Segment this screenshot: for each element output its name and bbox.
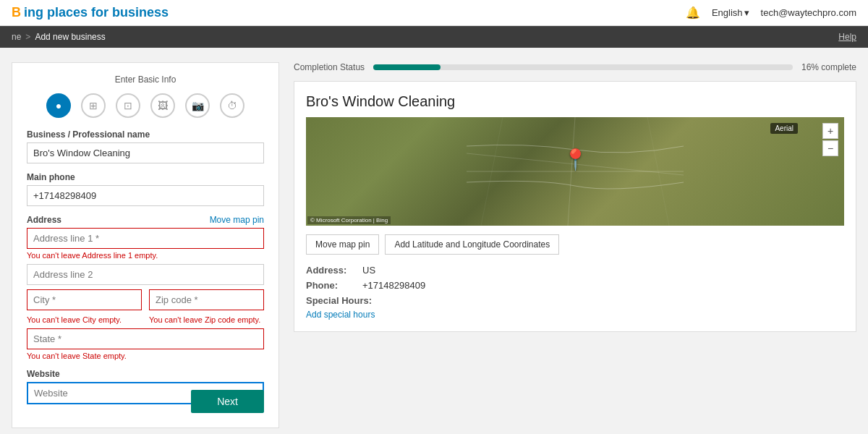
special-hours-label: Special Hours: xyxy=(306,295,844,306)
city-error: You can't leave City empty. xyxy=(27,315,142,324)
breadcrumb-sep: > xyxy=(25,32,30,42)
main-container: Enter Basic Info ● ⊞ ⊡ 🖼 📷 ⏱ Business / … xyxy=(0,48,868,434)
address-label: Address xyxy=(27,215,61,225)
map-zoom-in-button[interactable]: + xyxy=(822,123,838,139)
move-map-pin-button[interactable]: Move map pin xyxy=(306,234,379,255)
address-line1-error: You can't leave Address line 1 empty. xyxy=(27,251,264,260)
map-roads-svg xyxy=(306,117,844,226)
progress-bar-bg xyxy=(373,64,793,70)
completion-section: Completion Status 16% complete xyxy=(294,62,856,72)
bing-b: B xyxy=(12,5,21,20)
state-error: You can't leave State empty. xyxy=(27,352,264,360)
user-email: tech@waytechpro.com xyxy=(761,7,856,18)
zip-field xyxy=(149,289,264,310)
language-caret: ▾ xyxy=(744,7,749,18)
bing-logo: Bing places for business xyxy=(12,5,169,20)
add-special-hours-link[interactable]: Add special hours xyxy=(306,310,375,320)
zip-input[interactable] xyxy=(149,289,264,310)
phone-info-value: +17148298409 xyxy=(362,280,425,291)
phone-info-row: Phone: +17148298409 xyxy=(306,280,844,291)
phone-label: Main phone xyxy=(27,172,264,182)
business-card: Bro's Window Cleaning 📍 xyxy=(294,81,856,332)
step-icon-5[interactable]: 📷 xyxy=(185,93,210,118)
progress-bar-fill xyxy=(373,64,441,70)
step-icon-3[interactable]: ⊡ xyxy=(116,93,140,118)
add-coords-button[interactable]: Add Latitude and Longitude Coordinates xyxy=(385,234,559,255)
zip-error: You can't leave Zip code empty. xyxy=(149,315,264,324)
nav-left: Bing places for business xyxy=(12,5,169,20)
business-name-input[interactable] xyxy=(27,142,264,163)
language-selector[interactable]: English ▾ xyxy=(712,7,749,18)
step-icon-6[interactable]: ⏱ xyxy=(220,93,244,118)
business-name-label: Business / Professional name xyxy=(27,129,264,140)
left-panel: Enter Basic Info ● ⊞ ⊡ 🖼 📷 ⏱ Business / … xyxy=(12,62,279,428)
special-hours-section: Special Hours: Add special hours xyxy=(306,295,844,320)
help-link[interactable]: Help xyxy=(838,32,856,42)
address-line2-input[interactable] xyxy=(27,264,264,285)
phone-group: Main phone xyxy=(27,172,264,206)
right-panel: Completion Status 16% complete Bro's Win… xyxy=(294,62,856,332)
breadcrumb-current: Add new business xyxy=(35,32,105,42)
state-input[interactable] xyxy=(27,328,264,349)
top-nav: Bing places for business 🔔 English ▾ tec… xyxy=(0,0,868,26)
nav-right: 🔔 English ▾ tech@waytechpro.com xyxy=(686,6,856,20)
map-credit: © Microsoft Corporation | Bing xyxy=(307,216,391,224)
step-header: Enter Basic Info xyxy=(27,75,264,85)
address-info-row: Address: US xyxy=(306,265,844,276)
step-icon-1[interactable]: ● xyxy=(46,93,71,118)
city-zip-errors: You can't leave City empty. You can't le… xyxy=(27,313,264,324)
breadcrumb: ne > Add new business Help xyxy=(0,26,868,48)
next-button[interactable]: Next xyxy=(191,390,264,413)
city-zip-row xyxy=(27,289,264,310)
language-label: English xyxy=(712,7,743,18)
breadcrumb-home[interactable]: ne xyxy=(12,32,21,42)
website-label: Website xyxy=(27,369,264,379)
map-actions: Move map pin Add Latitude and Longitude … xyxy=(306,234,844,255)
map-aerial-button[interactable]: Aerial xyxy=(770,123,798,134)
business-name-group: Business / Professional name xyxy=(27,129,264,163)
bell-icon[interactable]: 🔔 xyxy=(686,6,700,20)
address-group: Address Move map pin You can't leave Add… xyxy=(27,215,264,360)
phone-input[interactable] xyxy=(27,185,264,206)
map-pin: 📍 xyxy=(563,148,588,171)
address-info-label: Address: xyxy=(306,265,357,276)
city-field xyxy=(27,289,142,310)
business-card-name: Bro's Window Cleaning xyxy=(306,93,844,110)
map-bg: 📍 Aerial + − © Microsoft Corporation | B… xyxy=(306,117,844,226)
bing-logo-rest: ing places for business xyxy=(24,5,169,20)
completion-label: Completion Status xyxy=(294,62,365,72)
city-input[interactable] xyxy=(27,289,142,310)
map-zoom-out-button[interactable]: − xyxy=(822,140,838,156)
completion-percent: 16% complete xyxy=(801,62,856,72)
map-container: 📍 Aerial + − © Microsoft Corporation | B… xyxy=(306,117,844,226)
map-controls: + − xyxy=(822,123,838,156)
phone-info-label: Phone: xyxy=(306,280,357,291)
step-icon-2[interactable]: ⊞ xyxy=(81,93,106,118)
step-icons: ● ⊞ ⊡ 🖼 📷 ⏱ xyxy=(27,93,264,118)
step-icon-4[interactable]: 🖼 xyxy=(150,93,175,118)
address-line1-input[interactable] xyxy=(27,228,264,249)
address-header: Address Move map pin xyxy=(27,215,264,225)
move-map-pin-link[interactable]: Move map pin xyxy=(210,215,264,225)
address-info-value: US xyxy=(362,265,375,276)
